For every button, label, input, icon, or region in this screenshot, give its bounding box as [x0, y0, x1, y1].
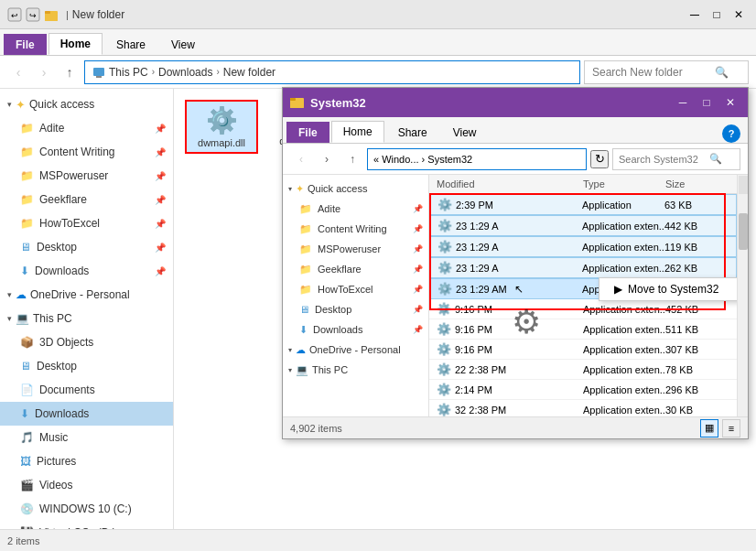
overlay-sidebar-downloads[interactable]: ⬇ Downloads 📌 — [283, 319, 428, 340]
file-size-6: 452 KB — [665, 304, 698, 315]
sidebar-item-desktop[interactable]: 🖥 Desktop 📌 — [0, 235, 173, 259]
maximize-button[interactable]: □ — [707, 5, 727, 25]
overlay-search-box[interactable]: 🔍 — [612, 148, 740, 170]
overlay-sidebar: ▾ ✦ Quick access 📁 Adite 📌 📁 Content Wri… — [283, 175, 429, 416]
overlay-forward-button[interactable]: › — [316, 148, 338, 170]
tab-share[interactable]: Share — [104, 34, 157, 55]
overlay-maximize-button[interactable]: □ — [697, 92, 717, 113]
overlay-sidebar-geekflare[interactable]: 📁 Geekflare 📌 — [283, 259, 428, 279]
overlay-sidebar-howtoexcel[interactable]: 📁 HowToExcel 📌 — [283, 279, 428, 299]
overlay-title-text: System32 — [310, 96, 673, 110]
sidebar-item-mspoweruser[interactable]: 📁 MSPoweruser 📌 — [0, 164, 173, 188]
sidebar-item-geekflare[interactable]: 📁 Geekflare 📌 — [0, 188, 173, 211]
close-button[interactable]: ✕ — [729, 5, 749, 25]
overlay-sidebar-onedrive[interactable]: ▾ ☁ OneDrive - Personal — [283, 340, 428, 360]
overlay-pin-adite-icon: 📌 — [413, 204, 423, 213]
overlay-grid-view-button[interactable]: ▦ — [700, 419, 718, 438]
overlay-sidebar-content-writing[interactable]: 📁 Content Writing 📌 — [283, 219, 428, 239]
ribbon: File Home Share View — [0, 29, 756, 56]
sidebar-item-pictures[interactable]: 🖼 Pictures — [0, 449, 173, 473]
title-bar: ↩ ↪ | New folder ─ □ ✕ — [0, 0, 756, 29]
sidebar-item-music[interactable]: 🎵 Music — [0, 426, 173, 449]
back-button[interactable]: ‹ — [7, 61, 29, 83]
table-row-1[interactable]: ⚙️ 2:39 PM Application 63 KB — [429, 194, 737, 215]
overlay-tab-home[interactable]: Home — [331, 121, 384, 143]
sidebar-item-adite[interactable]: 📁 Adite 📌 — [0, 116, 173, 140]
overlay-pin-desktop-icon: 📌 — [413, 305, 423, 314]
sidebar-item-virtualos-d[interactable]: 💾 Virtual OSs (D:) — [0, 521, 173, 529]
overlay-search-input[interactable] — [619, 154, 706, 165]
table-row-9[interactable]: ⚙️ 22 2:38 PM Application exten... 78 KB — [429, 360, 737, 380]
file-cell-size-11: 30 KB — [665, 405, 729, 416]
overlay-up-button[interactable]: ↑ — [341, 148, 363, 170]
tab-file[interactable]: File — [4, 34, 47, 55]
overlay-sidebar-thispc[interactable]: ▾ 💻 This PC — [283, 360, 428, 380]
file-cell-modified-9: ⚙️ 22 2:38 PM — [437, 362, 583, 376]
sidebar-downloads-quick-label: Downloads — [35, 265, 89, 277]
search-input[interactable] — [592, 66, 711, 79]
overlay-thispc-label: This PC — [312, 364, 348, 375]
overlay-close-button[interactable]: ✕ — [720, 92, 740, 113]
scroll-thumb[interactable] — [739, 213, 748, 250]
overlay-minimize-button[interactable]: ─ — [673, 92, 693, 113]
overlay-sidebar-desktop[interactable]: 🖥 Desktop 📌 — [283, 299, 428, 319]
sidebar-item-windows-c[interactable]: 💿 WINDOWS 10 (C:) — [0, 497, 173, 521]
overlay-sidebar-adite[interactable]: 📁 Adite 📌 — [283, 199, 428, 219]
overlay-sidebar-quick-access[interactable]: ▾ ✦ Quick access — [283, 178, 428, 199]
sidebar-item-content-writing[interactable]: 📁 Content Writing 📌 — [0, 140, 173, 164]
file-cell-size-9: 78 KB — [665, 364, 729, 375]
search-box[interactable]: 🔍 — [584, 60, 749, 84]
forward-button[interactable]: › — [33, 61, 55, 83]
overlay-address-path[interactable]: « Windo... › System32 — [367, 148, 587, 170]
overlay-refresh-button[interactable]: ↻ — [590, 150, 609, 168]
svg-text:↩: ↩ — [11, 11, 18, 20]
file-size-1: 63 KB — [664, 200, 692, 211]
file-modified-6: 9:16 PM — [455, 304, 492, 315]
sidebar-item-3dobjects[interactable]: 📦 3D Objects — [0, 330, 173, 354]
sidebar-documents-label: Documents — [39, 384, 95, 396]
overlay-sidebar-mspoweruser[interactable]: 📁 MSPoweruser 📌 — [283, 239, 428, 259]
file-item-dwmapi[interactable]: ⚙️ dwmapi.dll — [185, 100, 258, 154]
table-row-4[interactable]: ⚙️ 23 1:29 A Application exten... 262 KB — [429, 257, 737, 278]
table-row-6[interactable]: ⚙️ 9:16 PM Application exten... 452 KB — [429, 299, 737, 319]
table-row-10[interactable]: ⚙️ 2:14 PM Application exten... 296 KB — [429, 380, 737, 400]
folder-downloads-quick-icon: ⬇ — [20, 265, 29, 277]
address-path[interactable]: This PC › Downloads › New folder — [84, 60, 580, 84]
pin-downloads-icon: 📌 — [155, 266, 166, 276]
table-row-8[interactable]: ⚙️ 9:16 PM Application exten... 307 KB — [429, 340, 737, 360]
sidebar-item-documents[interactable]: 📄 Documents — [0, 378, 173, 402]
context-menu: ▶ Move to System32 — [599, 277, 737, 301]
sidebar-group-onedrive[interactable]: ▾ ☁ OneDrive - Personal — [0, 283, 173, 307]
status-text: 2 items — [7, 535, 39, 546]
sidebar-item-howtoexcel[interactable]: 📁 HowToExcel 📌 — [0, 211, 173, 235]
pin-mspoweruser-icon: 📌 — [155, 171, 166, 181]
up-button[interactable]: ↑ — [59, 61, 81, 83]
scrollbar[interactable] — [737, 175, 748, 416]
sidebar-item-videos[interactable]: 🎬 Videos — [0, 473, 173, 497]
context-menu-item-move[interactable]: ▶ Move to System32 — [599, 278, 737, 300]
overlay-list-view-button[interactable]: ≡ — [722, 419, 740, 438]
overlay-folder-mspoweruser-icon: 📁 — [299, 243, 312, 255]
overlay-tab-share[interactable]: Share — [386, 122, 439, 143]
minimize-button[interactable]: ─ — [685, 5, 705, 25]
sidebar-group-quick-access[interactable]: ▾ ✦ Quick access — [0, 92, 173, 116]
tab-view[interactable]: View — [159, 34, 207, 55]
file-icon-2: ⚙️ — [437, 219, 452, 232]
file-modified-7: 9:16 PM — [455, 324, 492, 335]
sidebar-item-desktop-pc[interactable]: 🖥 Desktop — [0, 354, 173, 378]
scroll-up-button[interactable] — [739, 176, 748, 194]
table-row-2[interactable]: ⚙️ 23 1:29 A Application exten... 442 KB — [429, 215, 737, 236]
sidebar-group-thispc[interactable]: ▾ 💻 This PC — [0, 307, 173, 330]
table-row-3[interactable]: ⚙️ 23 1:29 A Application exten... 119 KB — [429, 236, 737, 257]
chevron-onedrive-icon: ▾ — [7, 290, 12, 299]
overlay-help-button[interactable]: ? — [722, 124, 740, 143]
sidebar-item-downloads[interactable]: ⬇ Downloads — [0, 402, 173, 426]
table-row-7[interactable]: ⚙️ 9:16 PM Application exten... 511 KB — [429, 319, 737, 340]
overlay-tab-file[interactable]: File — [286, 122, 329, 143]
path-computer-icon — [92, 66, 105, 79]
overlay-back-button[interactable]: ‹ — [290, 148, 312, 170]
overlay-tab-view[interactable]: View — [441, 122, 489, 143]
sidebar-item-downloads-quick[interactable]: ⬇ Downloads 📌 — [0, 259, 173, 283]
tab-home[interactable]: Home — [49, 33, 103, 55]
table-row-11[interactable]: ⚙️ 32 2:38 PM Application exten... 30 KB — [429, 400, 737, 416]
